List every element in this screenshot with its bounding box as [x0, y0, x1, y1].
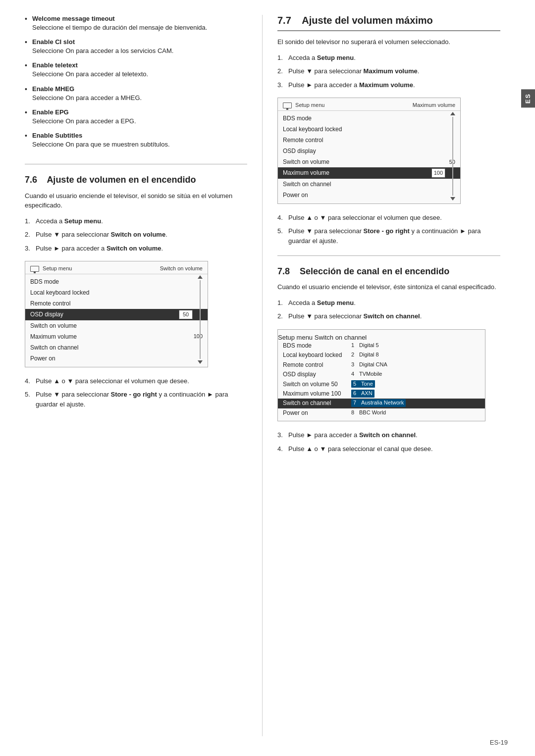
menu-row-channel: Local keyboard locked2Digital 8 — [278, 351, 485, 360]
menu-box-77: Setup menu Maximum volume BDS modeLocal … — [277, 98, 461, 204]
menu-76-header-left: Setup menu — [43, 265, 72, 271]
step-item: 1.Acceda a Setup menu. — [277, 53, 500, 63]
channel-item: 3Digital CNA — [351, 361, 387, 369]
step-bold: Switch on channel — [364, 312, 420, 320]
menu-row-channel: Switch on channel7Australia Network — [278, 399, 485, 408]
channel-name: Digital 8 — [359, 351, 379, 359]
menu-box-78: Setup menu Switch on channel BDS mode1Di… — [277, 329, 485, 421]
step-number: 1. — [277, 298, 283, 308]
step-number: 4. — [277, 213, 283, 223]
menu-row: Maximum volume100 — [25, 331, 208, 342]
menu-row: Local keyboard locked — [25, 287, 208, 298]
bullet-title: Enable EPG — [32, 108, 69, 116]
channel-name: Australia Network — [361, 399, 404, 407]
step-bold: Setup menu — [317, 54, 354, 61]
value-badge: 50 — [179, 310, 193, 319]
menu-row-channel: Switch on volume 505Tone — [278, 380, 485, 389]
step-item: 2.Pulse ▼ para seleccionar Maximum volum… — [277, 66, 500, 76]
step-number: 2. — [25, 230, 30, 240]
step-item: 4.Pulse ▲ o ▼ para seleccionar el volume… — [25, 376, 247, 386]
step-bold: Switch on channel — [359, 431, 416, 439]
channel-number: 8 — [351, 409, 357, 417]
menu-row: OSD display — [278, 146, 460, 156]
menu-78-rows: BDS mode1Digital 5Local keyboard locked2… — [278, 341, 485, 418]
menu-row-label: OSD display — [30, 310, 179, 319]
menu-77-scrollbar — [449, 112, 456, 201]
section-77-heading: 7.7 Ajuste del volumen máximo — [277, 15, 500, 31]
menu-row: Power on — [25, 353, 208, 364]
bullet-desc: Seleccione On para que se muestren subtí… — [32, 140, 247, 149]
section-78-steps: 1.Acceda a Setup menu.2.Pulse ▼ para sel… — [277, 298, 500, 321]
channel-number: 3 — [351, 361, 357, 369]
step-number: 4. — [277, 444, 283, 454]
menu-row-channel: BDS mode1Digital 5 — [278, 341, 485, 351]
menu-row-label: Maximum volume — [30, 332, 191, 341]
menu-row: Switch on volume50 — [278, 156, 460, 167]
page-footer: ES-19 — [490, 739, 508, 746]
step-item: 4.Pulse ▲ o ▼ para seleccionar el volume… — [277, 213, 500, 223]
menu-row: OSD display50 — [25, 309, 208, 320]
bullet-title: Enable CI slot — [32, 38, 75, 46]
scroll-down-arrow-77 — [450, 197, 455, 201]
menu-row: Switch on channel — [278, 179, 460, 190]
bullet-title: Enable Subtitles — [32, 132, 82, 139]
step-item: 2.Pulse ▼ para seleccionar Switch on vol… — [25, 230, 247, 240]
menu-76-header-right: Switch on volume — [160, 265, 203, 272]
menu-76-rows: BDS modeLocal keyboard lockedRemote cont… — [25, 276, 208, 364]
menu-row-label: Maximum volume — [283, 168, 431, 177]
menu-row: Remote control — [25, 298, 208, 309]
step-item: 3.Pulse ► para acceder a Maximum volume. — [277, 80, 500, 90]
menu-row-label: Switch on volume — [283, 157, 446, 166]
channel-number: 6 — [353, 390, 359, 398]
menu-row-label: Remote control — [283, 361, 347, 369]
menu-row-label: BDS mode — [283, 114, 455, 123]
step-number: 5. — [25, 390, 30, 400]
scroll-up-arrow — [198, 275, 203, 279]
menu-77-header-right: Maximum volume — [413, 102, 455, 108]
divider-78 — [277, 255, 500, 256]
step-bold: Setup menu — [317, 299, 354, 306]
monitor-icon — [30, 266, 39, 272]
section-77: 7.7 Ajuste del volumen máximo El sonido … — [277, 15, 500, 246]
menu-row-label: Switch on channel — [283, 399, 347, 407]
step-number: 3. — [25, 244, 30, 253]
menu-78-header-left: Setup menu — [278, 334, 313, 341]
section-76-steps: 1.Acceda a Setup menu.2.Pulse ▼ para sel… — [25, 216, 247, 253]
section-78-steps2: 3.Pulse ► para acceder a Switch on chann… — [277, 430, 500, 454]
section-77-intro: El sonido del televisor no superará el v… — [277, 37, 500, 47]
menu-row-label: Power on — [283, 191, 455, 200]
step-number: 5. — [277, 226, 283, 236]
menu-row: Local keyboard locked — [278, 124, 460, 135]
menu-row-label: Switch on channel — [283, 180, 455, 189]
step-bold: Store - go right — [364, 227, 410, 235]
menu-row-label: OSD display — [283, 147, 455, 155]
section-76-title: Ajuste de volumen en el encendido — [47, 175, 196, 185]
channel-name: Tone — [361, 380, 373, 388]
bullet-desc: Seleccione On para acceder a los servici… — [32, 47, 247, 55]
step-item: 3.Pulse ► para acceder a Switch on chann… — [277, 430, 500, 440]
menu-row-label: Maximum volume 100 — [283, 390, 347, 398]
menu-row: Maximum volume100 — [278, 167, 460, 179]
menu-row-channel: Maximum volume 1006AXN — [278, 389, 485, 399]
bullet-item: Enable MHEGSeleccione On para acceder a … — [25, 85, 247, 102]
channel-item: 6AXN — [351, 390, 374, 398]
step-item: 3.Pulse ► para acceder a Switch on volum… — [25, 244, 247, 253]
section-78: 7.8 Selección de canal en el encendido C… — [277, 266, 500, 454]
menu-row-value: 100 — [331, 390, 341, 397]
section-76-heading: 7.6 Ajuste de volumen en el encendido — [25, 174, 247, 186]
channel-name: AXN — [361, 390, 373, 398]
menu-row: BDS mode — [25, 276, 208, 287]
channel-number: 2 — [351, 351, 357, 359]
bullet-desc: Seleccione On para acceder a EPG. — [32, 117, 247, 126]
channel-item: 5Tone — [351, 380, 375, 388]
bullet-item: Enable EPGSeleccione On para acceder a E… — [25, 108, 247, 126]
section-77-number: 7.7 — [277, 15, 291, 26]
bullet-title: Enable MHEG — [32, 85, 74, 93]
menu-78-header-right: Switch on channel — [315, 334, 367, 341]
channel-name: Digital CNA — [359, 361, 387, 369]
bullet-desc: Seleccione On para acceder al teletexto. — [32, 70, 247, 79]
menu-77-header-left: Setup menu — [295, 102, 324, 108]
section-76: 7.6 Ajuste de volumen en el encendido Cu… — [25, 174, 247, 409]
menu-row-label: Local keyboard locked — [283, 125, 455, 134]
section-77-title: Ajuste del volumen máximo — [302, 15, 433, 26]
